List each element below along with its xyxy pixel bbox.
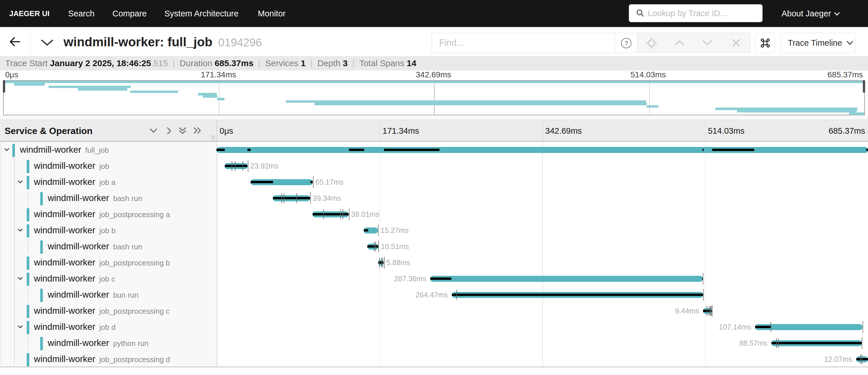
svg-text:?: ? — [625, 40, 628, 47]
